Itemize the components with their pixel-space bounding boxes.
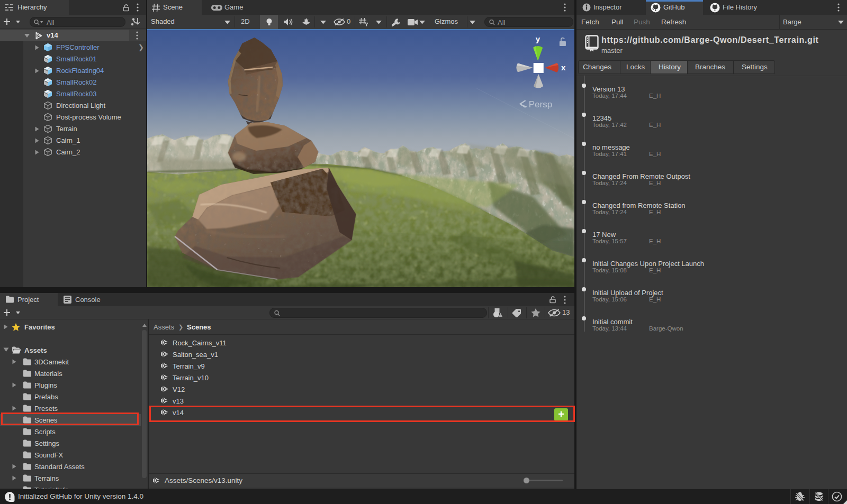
svg-text:y: y — [536, 34, 540, 43]
svg-text:x: x — [561, 63, 566, 72]
svg-text:Persp: Persp — [529, 99, 553, 109]
